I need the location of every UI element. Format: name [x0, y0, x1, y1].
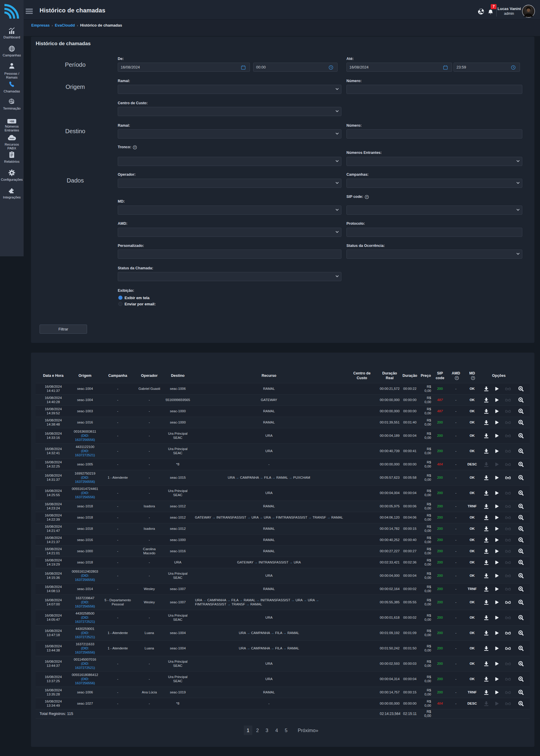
- svg-text:?: ?: [456, 377, 458, 380]
- svg-text:PABX: PABX: [9, 138, 14, 139]
- svg-text:?: ?: [472, 377, 474, 380]
- svg-text:?: ?: [134, 146, 136, 149]
- svg-text:?: ?: [366, 196, 368, 198]
- svg-text:+55: +55: [9, 119, 14, 123]
